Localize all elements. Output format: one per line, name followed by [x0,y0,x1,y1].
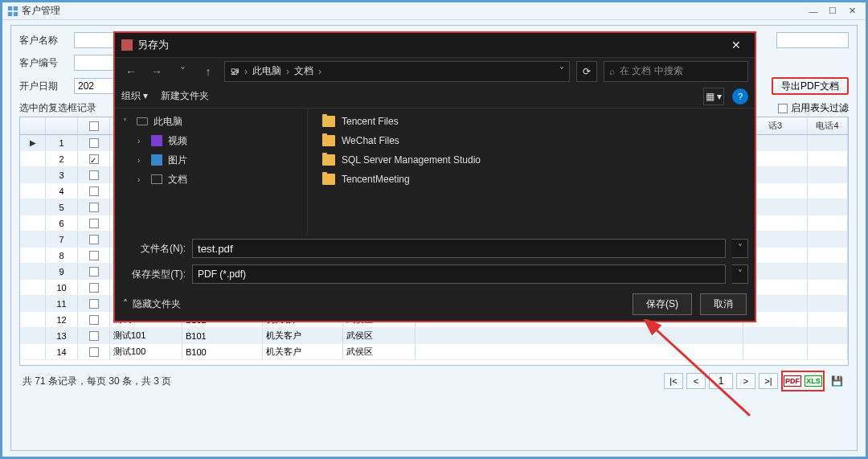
export-pdf-icon[interactable]: PDF [784,373,801,389]
input-extra[interactable] [776,32,849,48]
breadcrumb-root-icon: 🖳 [230,66,240,77]
table-row[interactable]: 13测试101B101机关客户武侯区 [20,328,848,344]
dialog-toolbar: 组织 ▾ 新建文件夹 ▦ ▾ ? [115,84,755,109]
filetype-dropdown[interactable]: ˅ [732,264,748,284]
tree-item[interactable]: ˅此电脑 [115,112,307,131]
table-row[interactable]: 14测试100B100机关客户武侯区 [20,344,848,360]
pager-next-button[interactable]: > [736,373,755,389]
list-item[interactable]: Tencent Files [308,112,755,131]
pager-last-button[interactable]: >| [759,373,778,389]
save-button[interactable]: 保存(S) [633,293,692,315]
view-mode-button[interactable]: ▦ ▾ [703,88,724,105]
search-icon: ⌕ [609,66,615,77]
chevron-up-icon: ˄ [123,298,128,309]
dialog-icon [121,39,133,51]
filetype-label: 保存类型(T): [121,268,186,281]
label-customer-code: 客户编号 [19,56,68,70]
folder-list[interactable]: Tencent FilesWeChat FilesSQL Server Mana… [308,109,755,236]
close-button[interactable]: ✕ [843,5,861,18]
new-folder-button[interactable]: 新建文件夹 [161,89,209,103]
maximize-button[interactable]: ☐ [824,5,841,18]
main-titlebar: 客户管理 ― ☐ ✕ [2,2,866,20]
svg-rect-4 [121,39,133,51]
filter-label: 选中的复选框记录 [19,101,96,115]
app-icon [7,6,18,17]
tree-item[interactable]: ›图片 [115,150,307,170]
search-input[interactable]: ⌕ 在 文档 中搜索 [604,61,748,82]
nav-back-button[interactable]: ← [121,62,141,81]
enable-header-filter-label: 启用表头过滤 [791,101,849,115]
breadcrumb-dropdown[interactable]: ˅ [559,66,564,77]
cancel-button[interactable]: 取消 [700,293,747,315]
video-icon [151,135,162,146]
main-window: 客户管理 ― ☐ ✕ 客户名称 客户编号 开户日期 导出PDF文档 [0,0,868,459]
filename-input[interactable] [192,239,726,258]
label-customer-name: 客户名称 [19,34,68,47]
folder-tree[interactable]: ˅此电脑›视频›图片›文档 [115,109,308,236]
svg-rect-1 [14,6,18,10]
col-header-tel4[interactable]: 电话4 [808,117,848,134]
dialog-title: 另存为 [137,38,724,52]
breadcrumb-item-1[interactable]: 文档 [294,64,313,78]
breadcrumb[interactable]: 🖳 › 此电脑 › 文档 › ˅ [224,61,570,82]
folder-icon [322,174,335,185]
folder-icon [322,154,335,166]
minimize-button[interactable]: ― [805,5,822,18]
enable-header-filter-checkbox[interactable]: 启用表头过滤 [778,101,849,115]
refresh-button[interactable]: ⟳ [576,61,597,82]
label-open-date: 开户日期 [19,80,68,93]
export-pdf-button[interactable]: 导出PDF文档 [772,77,849,95]
list-item[interactable]: WeChat Files [308,131,755,150]
dialog-nav: ← → ˅ ↑ 🖳 › 此电脑 › 文档 › ˅ ⟳ ⌕ 在 文档 中搜索 [115,57,755,84]
breadcrumb-item-0[interactable]: 此电脑 [252,64,281,78]
organize-button[interactable]: 组织 ▾ [121,89,148,103]
save-settings-icon[interactable]: 💾 [828,373,845,389]
svg-rect-2 [8,11,12,15]
export-xls-icon[interactable]: XLS [805,373,822,389]
picture-icon [151,154,162,166]
nav-up-button[interactable]: ↑ [199,62,218,81]
save-as-dialog: 另存为 ✕ ← → ˅ ↑ 🖳 › 此电脑 › 文档 › ˅ ⟳ [115,33,755,321]
svg-rect-3 [14,11,18,15]
dialog-titlebar: 另存为 ✕ [115,33,755,57]
pager-summary: 共 71 条记录，每页 30 条，共 3 页 [23,375,171,388]
hide-folders-toggle[interactable]: ˄ 隐藏文件夹 [123,297,181,311]
document-icon [151,174,162,184]
pager-prev-button[interactable]: < [686,373,706,389]
save-dialog-highlight: 另存为 ✕ ← → ˅ ↑ 🖳 › 此电脑 › 文档 › ˅ ⟳ [113,31,756,322]
window-title: 客户管理 [22,4,803,18]
folder-icon [322,116,335,127]
tree-item[interactable]: ›视频 [115,131,307,150]
pager-first-button[interactable]: |< [664,373,683,389]
filename-dropdown[interactable]: ˅ [732,239,748,258]
nav-forward-button[interactable]: → [147,62,166,81]
pager: 共 71 条记录，每页 30 条，共 3 页 |< < > >| PDF XLS… [19,366,849,391]
list-item[interactable]: TencentMeeting [308,170,755,189]
dialog-close-button[interactable]: ✕ [724,35,748,55]
tree-item[interactable]: ›文档 [115,170,307,189]
filetype-select[interactable]: PDF (*.pdf) [192,264,726,284]
svg-rect-0 [8,6,12,10]
nav-recent-button[interactable]: ˅ [173,62,192,81]
search-placeholder: 在 文档 中搜索 [620,64,683,78]
filename-label: 文件名(N): [121,242,186,256]
pager-page-input[interactable] [709,373,733,389]
pc-icon [137,117,148,125]
help-button[interactable]: ? [732,88,748,105]
folder-icon [322,135,335,146]
list-item[interactable]: SQL Server Management Studio [308,150,755,170]
